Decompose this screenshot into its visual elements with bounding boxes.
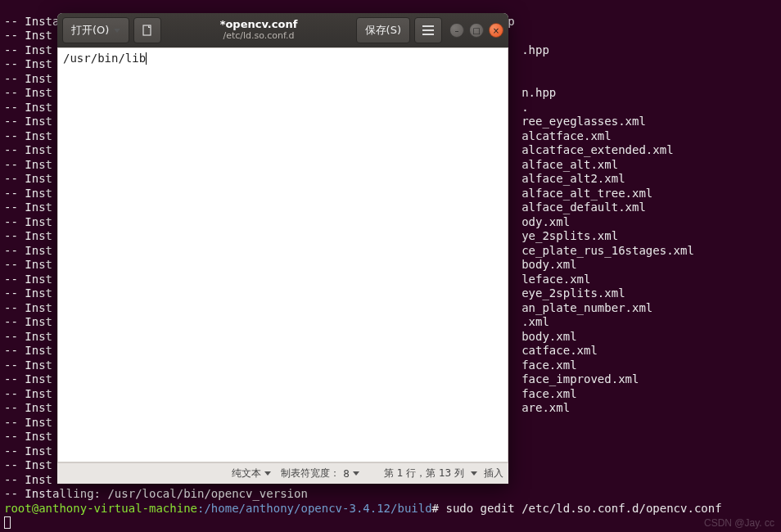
chevron-down-icon [264, 471, 271, 476]
syntax-selector[interactable]: 纯文本 [228, 467, 274, 480]
window-controls: – □ × [449, 23, 503, 38]
title-area: *opencv.conf /etc/ld.so.conf.d [165, 19, 351, 42]
editor-content: /usr/bin/lib [63, 52, 146, 65]
open-button[interactable]: 打开(O) [62, 17, 129, 43]
syntax-label: 纯文本 [232, 467, 261, 480]
file-name: *opencv.conf [165, 19, 351, 30]
status-bar: 纯文本 制表符宽度： 8 第 1 行，第 13 列 插入 [57, 462, 508, 484]
minimize-button[interactable]: – [449, 23, 464, 38]
insert-mode: 插入 [484, 467, 503, 480]
open-label: 打开(O) [71, 23, 109, 38]
position-menu[interactable] [467, 471, 481, 476]
tabwidth-value: 8 [343, 468, 350, 480]
file-path: /etc/ld.so.conf.d [165, 30, 351, 42]
editor-cursor [146, 52, 147, 65]
terminal-command[interactable]: sudo gedit /etc/ld.so.conf.d/opencv.conf [445, 502, 721, 515]
hamburger-icon [422, 25, 434, 35]
cursor-position: 第 1 行，第 13 列 [384, 467, 464, 480]
menu-button[interactable] [414, 17, 442, 43]
titlebar[interactable]: 打开(O) *opencv.conf /etc/ld.so.conf.d 保存(… [57, 13, 508, 47]
tabwidth-label: 制表符宽度： [281, 467, 340, 480]
chevron-down-icon [353, 471, 359, 476]
prompt-path: :/home/anthony/opencv-3.4.12/build [197, 502, 432, 515]
prompt-symbol: # [432, 502, 439, 515]
text-editor[interactable]: /usr/bin/lib [57, 47, 508, 462]
new-document-icon [141, 24, 154, 37]
tabwidth-selector[interactable]: 制表符宽度： 8 [278, 467, 363, 480]
watermark: CSDN @Jay. cc [704, 517, 774, 529]
close-button[interactable]: × [489, 23, 503, 38]
terminal-cursor [4, 516, 11, 529]
save-button[interactable]: 保存(S) [356, 17, 410, 43]
gedit-window: 打开(O) *opencv.conf /etc/ld.so.conf.d 保存(… [57, 13, 508, 484]
chevron-down-icon [114, 29, 120, 33]
maximize-button[interactable]: □ [469, 23, 484, 38]
chevron-down-icon [471, 471, 477, 476]
new-tab-button[interactable] [133, 17, 161, 43]
prompt-user: root@anthony-virtual-machine [4, 502, 197, 515]
